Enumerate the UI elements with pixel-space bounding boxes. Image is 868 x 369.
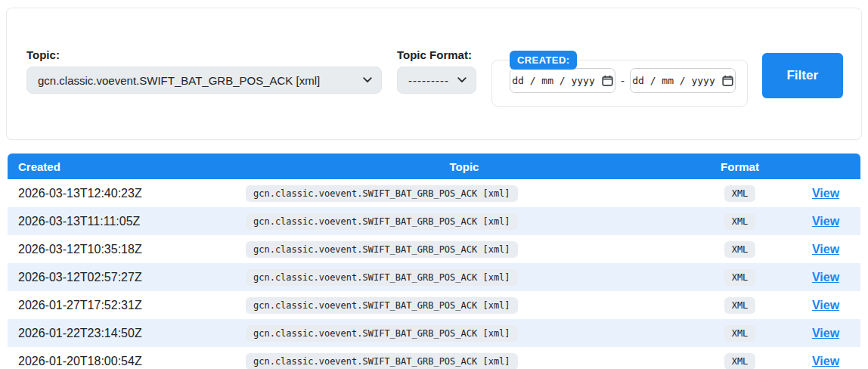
- format-badge: XML: [724, 325, 756, 342]
- table-row: 2026-03-13T11:11:05Z gcn.classic.voevent…: [8, 207, 860, 235]
- topic-badge: gcn.classic.voevent.SWIFT_BAT_GRB_POS_AC…: [246, 269, 518, 286]
- topic-badge: gcn.classic.voevent.SWIFT_BAT_GRB_POS_AC…: [246, 353, 518, 369]
- header-created: Created: [8, 153, 240, 179]
- format-badge: XML: [724, 185, 756, 202]
- topic-field: Topic: gcn.classic.voevent.SWIFT_BAT_GRB…: [26, 48, 382, 94]
- created-cell: 2026-03-12T10:35:18Z: [8, 235, 240, 263]
- table-header-row: Created Topic Format: [8, 153, 860, 179]
- format-badge: XML: [724, 213, 756, 230]
- results-table: Created Topic Format 2026-03-13T12:40:23…: [8, 153, 860, 369]
- created-date-range-fieldset: CREATED: dd / mm / yyyy - dd / mm / yyyy: [491, 60, 748, 107]
- topic-format-field: Topic Format: ---------: [397, 48, 476, 94]
- date-range-separator: -: [621, 74, 625, 87]
- created-cell: 2026-01-22T23:14:50Z: [8, 319, 240, 347]
- topic-badge: gcn.classic.voevent.SWIFT_BAT_GRB_POS_AC…: [246, 213, 518, 230]
- created-cell: 2026-03-13T12:40:23Z: [8, 179, 240, 207]
- table-row: 2026-01-27T17:52:31Z gcn.classic.voevent…: [8, 291, 860, 319]
- topic-format-select[interactable]: ---------: [397, 67, 476, 94]
- date-from-input[interactable]: dd / mm / yyyy: [510, 68, 615, 93]
- view-link[interactable]: View: [812, 299, 839, 312]
- calendar-icon[interactable]: [722, 75, 733, 86]
- topic-format-select-wrap: ---------: [397, 67, 476, 94]
- created-cell: 2026-01-27T17:52:31Z: [8, 291, 240, 319]
- created-cell: 2026-01-20T18:00:54Z: [8, 347, 240, 369]
- view-link[interactable]: View: [812, 327, 839, 340]
- topic-badge: gcn.classic.voevent.SWIFT_BAT_GRB_POS_AC…: [246, 325, 518, 342]
- format-badge: XML: [724, 353, 756, 369]
- topic-label: Topic:: [26, 48, 382, 61]
- date-from-placeholder: dd / mm / yyyy: [512, 75, 595, 86]
- date-to-input[interactable]: dd / mm / yyyy: [630, 68, 736, 93]
- created-cell: 2026-03-12T02:57:27Z: [8, 263, 240, 291]
- filter-panel: Topic: gcn.classic.voevent.SWIFT_BAT_GRB…: [6, 8, 862, 140]
- topic-format-label: Topic Format:: [397, 48, 476, 61]
- format-badge: XML: [724, 269, 756, 286]
- view-link[interactable]: View: [812, 215, 839, 228]
- topic-badge: gcn.classic.voevent.SWIFT_BAT_GRB_POS_AC…: [246, 297, 518, 314]
- header-topic: Topic: [240, 153, 689, 179]
- created-cell: 2026-03-13T11:11:05Z: [8, 207, 240, 235]
- date-range-row: dd / mm / yyyy - dd / mm / yyyy: [510, 68, 747, 93]
- view-link[interactable]: View: [812, 271, 839, 284]
- view-link[interactable]: View: [812, 187, 839, 200]
- topic-badge: gcn.classic.voevent.SWIFT_BAT_GRB_POS_AC…: [246, 185, 518, 202]
- format-badge: XML: [724, 297, 756, 314]
- filter-button[interactable]: Filter: [762, 53, 843, 98]
- topic-select-wrap: gcn.classic.voevent.SWIFT_BAT_GRB_POS_AC…: [26, 67, 382, 94]
- table-row: 2026-03-13T12:40:23Z gcn.classic.voevent…: [8, 179, 860, 207]
- created-legend-badge: CREATED:: [510, 51, 577, 70]
- format-badge: XML: [724, 241, 756, 258]
- topic-badge: gcn.classic.voevent.SWIFT_BAT_GRB_POS_AC…: [246, 241, 518, 258]
- header-view: [791, 153, 860, 179]
- table-row: 2026-01-20T18:00:54Z gcn.classic.voevent…: [8, 347, 860, 369]
- page: Topic: gcn.classic.voevent.SWIFT_BAT_GRB…: [0, 8, 868, 369]
- header-format: Format: [689, 153, 791, 179]
- table-body: 2026-03-13T12:40:23Z gcn.classic.voevent…: [8, 179, 860, 369]
- table-row: 2026-03-12T02:57:27Z gcn.classic.voevent…: [8, 263, 860, 291]
- calendar-icon[interactable]: [602, 75, 613, 86]
- topic-select[interactable]: gcn.classic.voevent.SWIFT_BAT_GRB_POS_AC…: [26, 67, 382, 94]
- table-row: 2026-03-12T10:35:18Z gcn.classic.voevent…: [8, 235, 860, 263]
- view-link[interactable]: View: [812, 355, 839, 367]
- table-row: 2026-01-22T23:14:50Z gcn.classic.voevent…: [8, 319, 860, 347]
- date-to-placeholder: dd / mm / yyyy: [632, 75, 715, 86]
- view-link[interactable]: View: [812, 243, 839, 256]
